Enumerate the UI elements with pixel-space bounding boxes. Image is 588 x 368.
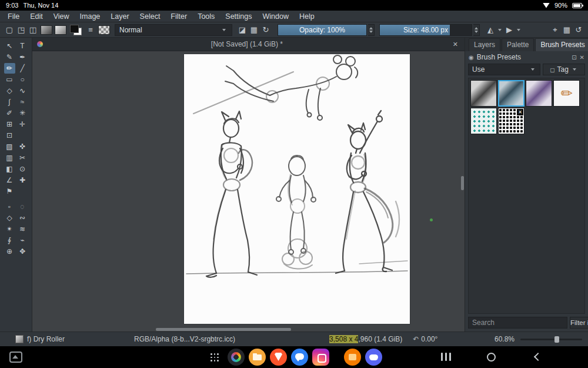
home-button[interactable] [487, 353, 496, 362]
gradient-tool[interactable]: ▧ [4, 141, 15, 152]
pattern-tool[interactable]: ▥ [4, 152, 15, 163]
opacity-spinner[interactable] [368, 24, 375, 36]
folder-app-icon[interactable] [249, 349, 266, 366]
docker-tab-palette[interactable]: Palette [502, 38, 534, 51]
mirror-horizontal-button[interactable]: ◭ [485, 24, 496, 36]
horizontal-scrollbar[interactable] [156, 328, 291, 331]
measure-tool[interactable]: ∠ [4, 175, 15, 185]
brush-preset-halftone-eraser[interactable]: ✕ [498, 108, 524, 134]
gradient-chooser[interactable] [41, 25, 52, 35]
recents-button[interactable] [441, 353, 451, 361]
similar-color-select-tool[interactable]: ≋ [17, 224, 28, 234]
calligraphy-tool[interactable]: ✒ [17, 52, 28, 62]
rectangle-tool[interactable]: ▭ [4, 74, 15, 85]
bezier-select-tool[interactable]: ∮ [4, 235, 15, 246]
tag-filter-dropdown[interactable]: Use [468, 64, 540, 75]
screenshot-thumbnail[interactable] [9, 352, 22, 363]
brush-preset-pencil[interactable]: ✏ [553, 80, 580, 107]
menu-item-select[interactable]: Select [135, 11, 166, 22]
document-tab-title[interactable]: [Not Saved] (1.4 GiB) * [46, 40, 447, 48]
brush-preset-wet-texture[interactable] [498, 80, 524, 107]
size-spinner[interactable] [473, 24, 480, 36]
polyline-tool[interactable]: ∿ [17, 85, 28, 96]
spin-down-icon[interactable] [369, 31, 373, 33]
brave-app-icon[interactable] [270, 349, 287, 366]
polygon-tool[interactable]: ◇ [4, 85, 15, 96]
menu-item-view[interactable]: View [48, 11, 75, 22]
zoom-slider-handle[interactable] [554, 336, 559, 343]
menu-item-tools[interactable]: Tools [192, 11, 220, 22]
pattern-chooser[interactable] [98, 25, 110, 35]
enclose-fill-tool[interactable]: ⊙ [17, 164, 28, 174]
move-tool[interactable]: ✛ [17, 119, 28, 130]
fg-bg-color-swatch[interactable] [69, 25, 82, 35]
zoom-tool[interactable]: ⊕ [4, 246, 15, 257]
close-docker-icon[interactable]: ✕ [580, 54, 584, 61]
color-sampler-tool[interactable]: ✜ [17, 141, 28, 152]
contiguous-select-tool[interactable]: ✴ [4, 224, 15, 234]
discord-app-icon[interactable] [365, 349, 382, 366]
brush-settings-toggle[interactable]: ≡ [85, 24, 96, 36]
brush-preset-teal-dots[interactable] [470, 108, 497, 134]
current-brush-chip[interactable]: f) Dry Roller [15, 335, 65, 343]
menu-item-filter[interactable]: Filter [165, 11, 192, 22]
canvas-rotation-widget[interactable]: ↶ 0.00° [413, 335, 437, 343]
transform-tool[interactable]: ⊞ [4, 119, 15, 130]
menu-item-file[interactable]: File [2, 11, 25, 22]
opacity-slider[interactable]: Opacity: 100% [278, 24, 367, 36]
smart-patch-tool[interactable]: ✂ [17, 152, 28, 163]
multibrush-tool[interactable]: ✳ [17, 108, 28, 118]
save-document-button[interactable]: ◫ [27, 24, 39, 36]
preserve-alpha-button[interactable]: ▦ [248, 24, 260, 36]
magnetic-select-tool[interactable]: ⌁ [17, 235, 28, 246]
polygonal-select-tool[interactable]: ◇ [4, 213, 15, 223]
dynamic-brush-tool[interactable]: ✐ [4, 108, 15, 118]
spin-down-icon[interactable] [475, 31, 478, 33]
line-tool[interactable]: ╱ [17, 63, 28, 74]
pan-canvas-button[interactable]: ⌖ [549, 24, 561, 36]
text-tool[interactable]: T [17, 41, 28, 51]
docker-tab-brush-presets[interactable]: Brush Presets [535, 38, 588, 51]
freehand-brush-tool[interactable]: ✏ [4, 63, 15, 74]
brush-preset-airbrush[interactable] [470, 80, 497, 107]
search-input[interactable] [468, 317, 567, 329]
edit-shapes-tool[interactable]: ✎ [4, 52, 15, 62]
new-document-button[interactable]: ▢ [4, 24, 15, 36]
float-docker-icon[interactable]: ⊡ [572, 54, 576, 61]
app-drawer-icon[interactable] [211, 353, 220, 363]
ellipse-tool[interactable]: ○ [17, 74, 28, 85]
elliptical-select-tool[interactable]: ◌ [17, 201, 28, 212]
bezier-curve-tool[interactable]: ∫ [4, 97, 15, 107]
fill-tool[interactable]: ◧ [4, 164, 15, 174]
reference-images-tool[interactable]: ⚑ [4, 186, 15, 197]
back-button[interactable] [534, 353, 542, 361]
canvas-viewport[interactable] [32, 51, 465, 331]
menu-item-layer[interactable]: Layer [105, 11, 134, 22]
rectangular-select-tool[interactable]: ▫ [4, 201, 15, 212]
menu-item-settings[interactable]: Settings [220, 11, 257, 22]
canvas[interactable] [184, 54, 410, 324]
open-document-button[interactable]: ◳ [15, 24, 27, 36]
document-close-button[interactable]: ✕ [451, 41, 460, 48]
size-slider[interactable]: Size: 48.00 px [379, 24, 472, 36]
freehand-path-tool[interactable]: ≈ [17, 97, 28, 107]
menu-item-help[interactable]: Help [294, 11, 320, 22]
reload-preset-button[interactable]: ↻ [260, 24, 272, 36]
menu-item-window[interactable]: Window [258, 11, 294, 22]
mirror-horizontal-button-caret[interactable] [498, 29, 502, 31]
spin-up-icon[interactable] [369, 27, 373, 29]
menu-item-image[interactable]: Image [75, 11, 106, 22]
brush-preset-purple-texture[interactable] [526, 80, 552, 107]
menu-item-edit[interactable]: Edit [25, 11, 48, 22]
spin-up-icon[interactable] [475, 27, 478, 29]
docker-tab-layers[interactable]: Layers [469, 38, 500, 51]
filter-in-tag-button[interactable]: Filter in Tag [570, 317, 588, 329]
select-shapes-tool[interactable]: ↖ [4, 41, 15, 51]
zoom-slider[interactable] [520, 339, 582, 340]
assistants-tool[interactable]: ✚ [17, 175, 28, 185]
blending-mode-dropdown[interactable]: Normal [115, 24, 232, 36]
tag-button[interactable]: ◻ Tag [543, 64, 585, 75]
fill-gradient-chooser[interactable] [55, 25, 66, 35]
snap-settings-button[interactable]: ▦ [561, 24, 573, 36]
messages-app-icon[interactable] [291, 349, 308, 366]
